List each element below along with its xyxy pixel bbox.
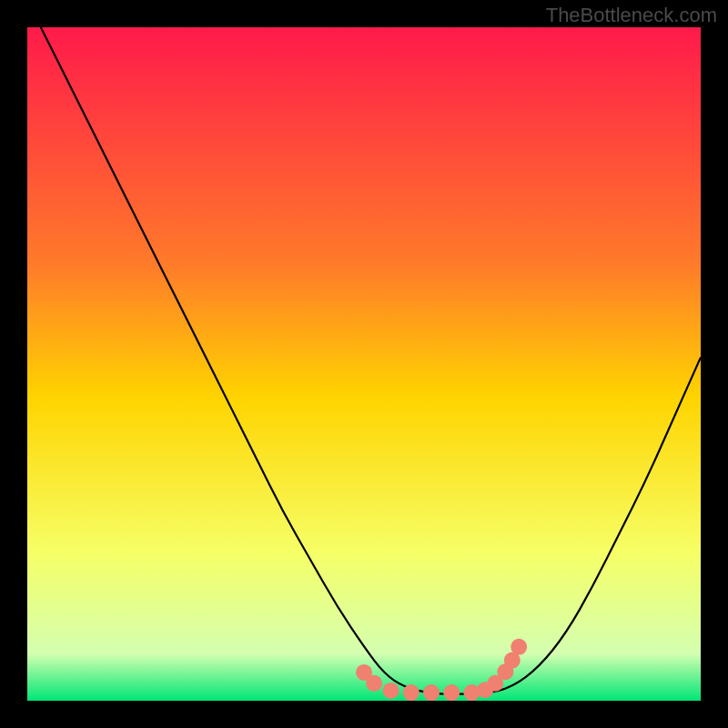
watermark-text: TheBottleneck.com: [546, 4, 717, 27]
highlight-dot: [511, 639, 527, 655]
bottleneck-chart: [27, 27, 701, 701]
highlight-dot: [423, 684, 440, 701]
gradient-background: [27, 27, 701, 701]
highlight-dot: [366, 675, 382, 692]
highlight-dot: [443, 684, 460, 701]
highlight-dot: [403, 684, 420, 701]
highlight-dot: [383, 682, 399, 699]
chart-svg: [27, 27, 701, 701]
